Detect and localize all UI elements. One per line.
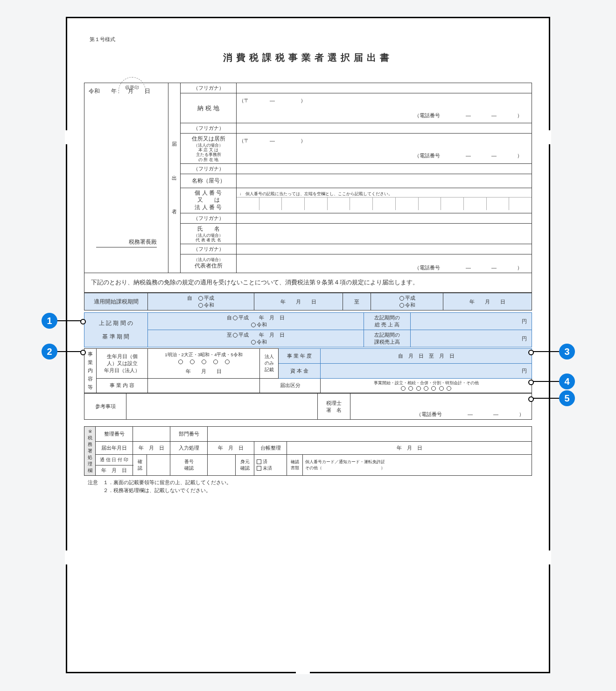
sec1-label: 適用開始課税期間 xyxy=(84,293,148,310)
shimei-label: 氏 名 xyxy=(183,225,234,233)
callout-3: 3 xyxy=(559,344,575,360)
sec3-vert: 事業内容等 xyxy=(84,349,97,393)
zeirishi-label: 税理士 署 名 xyxy=(318,394,350,420)
tax-office-addressee: 税務署長殿 xyxy=(96,238,157,247)
sec1-from[interactable]: 自 平成 令和 xyxy=(148,293,254,310)
zeirishi-field[interactable]: （電話番号 ― ― ） xyxy=(350,394,532,420)
nendo-label: 事 業 年 度 xyxy=(279,349,321,364)
sankou-field[interactable] xyxy=(126,394,318,420)
birth-label: 生年月日（個 人）又は設立 年月日（法人） xyxy=(97,349,148,378)
statement-text: 下記のとおり、納税義務の免除の規定の適用を受けないことについて、消費税法第９条第… xyxy=(84,273,532,293)
furigana-label: （フリガナ） xyxy=(181,83,237,93)
birth-field[interactable]: 1明治・2大正・3昭和・4平成・5令和 年 月 日 xyxy=(148,349,260,378)
callout-4: 4 xyxy=(559,374,575,389)
shimei-field[interactable] xyxy=(237,223,532,244)
tel-field-1[interactable]: （電話番号 ― ― ） xyxy=(237,108,532,123)
number-label: 個 人 番 号 又 は 法 人 番 号 xyxy=(181,188,237,213)
kubun-field[interactable]: 事業開始・設立・相続・合併・分割・特別会計・その他 xyxy=(321,378,532,393)
shori-vert: ※税務署処理欄 xyxy=(84,427,96,476)
tax-location-label: 納 税 地 xyxy=(181,93,237,123)
sec2-sales2-field[interactable]: 円 xyxy=(411,330,532,347)
naiyo-field[interactable] xyxy=(148,378,260,393)
receipt-stamp: 収受印 xyxy=(119,77,146,94)
callout-2: 2 xyxy=(42,344,57,360)
callout-1: 1 xyxy=(42,313,57,329)
sec2-label: 上 記 期 間 の基 準 期 間 xyxy=(84,313,148,347)
shihon-field[interactable]: 円 xyxy=(321,363,532,378)
name-field[interactable] xyxy=(237,174,532,188)
address-label: 住所又は居所 xyxy=(183,135,234,143)
sec1-to: 至 xyxy=(343,293,371,310)
tel-field-2[interactable]: （電話番号 ― ― ） xyxy=(237,148,532,163)
name-label: 名称（屋号） xyxy=(181,174,237,188)
sec2-sales2-label: 左記期間の 課税売上高 xyxy=(364,330,411,347)
sec2-sales1-label: 左記期間の 総 売 上 高 xyxy=(364,313,411,330)
number-field[interactable]: ↓ 個人番号の記載に当たっては、左端を空欄とし、ここから記載してください。 xyxy=(237,188,532,213)
kubun-label: 届出区分 xyxy=(260,378,321,393)
filer-vertical-label: 届出者 xyxy=(168,83,181,273)
form-number: 第１号様式 xyxy=(90,36,532,43)
notes: 注意 １．裏面の記載要領等に留意の上、記載してください。 ２．税務署処理欄は、記… xyxy=(84,479,532,494)
sec2-sales1-field[interactable]: 円 xyxy=(411,313,532,330)
naiyo-label: 事 業 内 容 xyxy=(97,378,148,393)
rep-address-label: 代表者住所 xyxy=(183,262,234,270)
sankou-label: 参考事項 xyxy=(84,394,126,420)
callout-5: 5 xyxy=(559,390,575,406)
nendo-field[interactable]: 自 月 日 至 月 日 xyxy=(321,349,532,364)
shihon-label: 資 本 金 xyxy=(279,363,321,378)
document-title: 消費税課税事業者選択届出書 xyxy=(84,51,532,64)
postal-field[interactable]: （〒 ― ） xyxy=(237,93,532,108)
